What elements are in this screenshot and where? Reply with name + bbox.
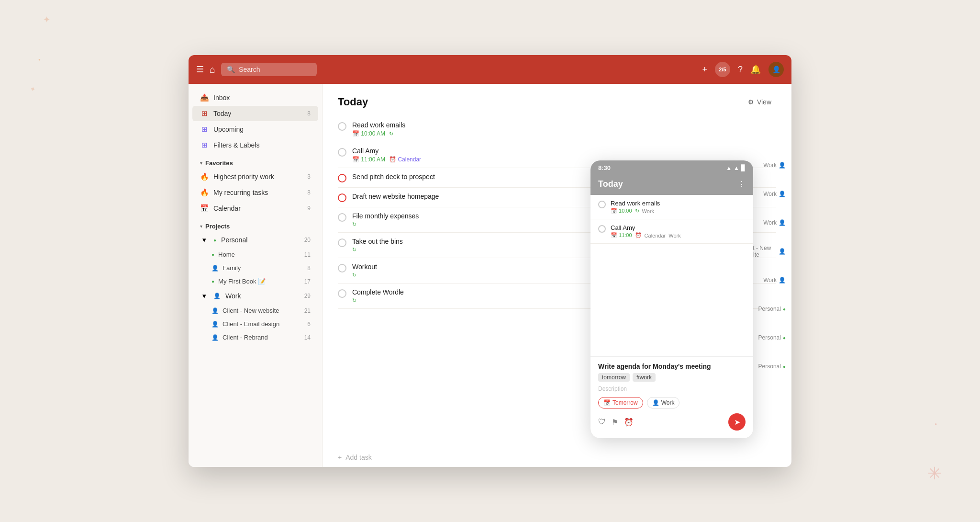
mobile-task-checkbox-0[interactable]	[598, 201, 606, 208]
filters-icon: ⊞	[200, 141, 209, 149]
mobile-cal-icon-1: ⏰	[635, 232, 642, 238]
recurring-icon-5: ↻	[352, 247, 356, 253]
tag-pill-work[interactable]: #work	[633, 373, 656, 382]
mobile-recurring-0: ↻	[635, 208, 639, 214]
sidebar-item-first-book[interactable]: ● My First Book 📝 17	[192, 275, 318, 288]
recurring-icon-6: ↻	[352, 272, 356, 278]
right-dot-5: ●	[783, 306, 786, 312]
sidebar-item-client-rebrand[interactable]: 👤 Client - Rebrand 14	[192, 331, 318, 344]
home-label: Home	[218, 251, 301, 258]
personal-label: Personal	[221, 236, 300, 244]
task-checkbox-6[interactable]	[338, 264, 346, 272]
task-content-0: Read work emails 📅 10:00 AM ↻	[352, 121, 776, 137]
client-email-count: 6	[307, 321, 311, 328]
right-person-icon-4: 👤	[779, 277, 786, 284]
client-new-website-icon: 👤	[212, 307, 219, 314]
sidebar-item-personal[interactable]: ▾ ● Personal 20	[192, 232, 318, 248]
mobile-time: 8:30	[598, 164, 611, 171]
search-bar[interactable]: 🔍 Search	[221, 63, 317, 76]
edit-task-description[interactable]: Description	[598, 386, 746, 392]
hamburger-icon[interactable]: ☰	[196, 64, 204, 75]
mobile-task-time-0: 📅 10:00	[611, 208, 632, 214]
task-checkbox-2[interactable]	[338, 174, 346, 182]
sidebar-item-client-new-website[interactable]: 👤 Client - New website 21	[192, 304, 318, 317]
right-dot-6: ●	[783, 335, 786, 340]
task-time-1: 📅 11:00 AM	[352, 156, 385, 163]
avatar[interactable]: 👤	[768, 62, 784, 77]
family-icon: 👤	[212, 265, 219, 272]
mobile-task-tag-0: Work	[642, 208, 654, 214]
personal-count: 20	[304, 237, 311, 243]
right-label-text-4: Work	[763, 277, 777, 284]
add-icon[interactable]: +	[702, 65, 707, 75]
main-layout: 📥 Inbox ⊞ Today 8 ⊞ Upcoming ⊞ Filters &…	[189, 84, 791, 467]
sidebar-item-family[interactable]: 👤 Family 8	[192, 261, 318, 274]
header-right: + 2/5 ? 🔔 👤	[702, 62, 784, 77]
task-meta-0: 📅 10:00 AM ↻	[352, 130, 776, 137]
client-rebrand-label: Client - Rebrand	[223, 334, 301, 341]
right-person-icon-0: 👤	[779, 162, 786, 169]
sidebar-item-work[interactable]: ▾ 👤 Work 29	[192, 288, 318, 304]
karma-badge[interactable]: 2/5	[715, 62, 730, 77]
mobile-cal-label-1: Calendar	[645, 233, 666, 238]
add-task-row[interactable]: + Add task	[323, 448, 791, 467]
sidebar-item-client-email[interactable]: 👤 Client - Email design 6	[192, 318, 318, 330]
personal-expand-icon: ▾	[200, 236, 209, 244]
mobile-status-bar: 8:30 ▲ ▲ ▊	[590, 160, 753, 175]
add-task-label: Add task	[345, 454, 371, 461]
task-checkbox-4[interactable]	[338, 213, 346, 222]
favorites-section-header[interactable]: ▾ Favorites	[192, 155, 318, 169]
task-checkbox-0[interactable]	[338, 122, 346, 131]
sidebar-item-home[interactable]: ● Home 11	[192, 248, 318, 261]
highest-priority-count: 3	[307, 173, 311, 180]
sidebar: 📥 Inbox ⊞ Today 8 ⊞ Upcoming ⊞ Filters &…	[189, 84, 323, 467]
mobile-today-title: Today	[598, 179, 623, 189]
mobile-more-icon[interactable]: ⋮	[738, 180, 746, 189]
first-book-dot-icon: ●	[212, 279, 214, 284]
mobile-task-content-0: Read work emails 📅 10:00 ↻ Work	[611, 200, 746, 214]
today-label: Today	[213, 110, 302, 117]
client-email-label: Client - Email design	[223, 320, 303, 328]
right-label-text-5: Personal	[758, 306, 781, 312]
task-cal-1: ⏰ Calendar	[389, 156, 421, 163]
highest-priority-label: Highest priority work	[213, 173, 302, 181]
sidebar-item-upcoming[interactable]: ⊞ Upcoming	[192, 122, 318, 137]
sidebar-item-highest-priority[interactable]: 🔥 Highest priority work 3	[192, 169, 318, 184]
help-icon[interactable]: ?	[738, 65, 743, 75]
mobile-today-header: Today ⋮	[590, 175, 753, 195]
right-label-text-6: Personal	[758, 334, 781, 341]
client-new-website-label: Client - New website	[223, 307, 301, 314]
right-dot-7: ●	[783, 364, 786, 369]
bell-icon[interactable]: 🔔	[750, 64, 761, 75]
projects-chevron: ▾	[200, 224, 202, 229]
mobile-overlay: 8:30 ▲ ▲ ▊ Today ⋮	[590, 160, 753, 438]
flame-red-icon: 🔥	[200, 172, 209, 181]
task-checkbox-3[interactable]	[338, 193, 346, 202]
task-name-1: Call Amy	[352, 147, 776, 155]
upcoming-icon: ⊞	[200, 125, 209, 134]
task-checkbox-5[interactable]	[338, 238, 346, 247]
edit-task-tags: tomorrow #work	[598, 373, 746, 382]
right-person-icon-2: 👤	[779, 219, 786, 226]
mobile-task-checkbox-1[interactable]	[598, 225, 606, 233]
sidebar-item-filters[interactable]: ⊞ Filters & Labels	[192, 137, 318, 153]
sidebar-item-calendar[interactable]: 📅 Calendar 9	[192, 201, 318, 216]
mobile-signal-icons: ▲ ▲ ▊	[726, 165, 746, 171]
sidebar-item-today[interactable]: ⊞ Today 8	[192, 106, 318, 121]
edit-task-title: Write agenda for Monday's meeting	[598, 363, 746, 370]
family-label: Family	[223, 264, 303, 272]
sidebar-item-inbox[interactable]: 📥 Inbox	[192, 90, 318, 105]
mobile-task-tag-1: Work	[668, 233, 680, 238]
content-header: Today ⚙ View	[323, 84, 791, 116]
right-label-text-0: Work	[763, 162, 777, 169]
tag-pill-tomorrow[interactable]: tomorrow	[598, 373, 630, 382]
task-name-0: Read work emails	[352, 121, 776, 129]
task-checkbox-7[interactable]	[338, 289, 346, 298]
home-icon[interactable]: ⌂	[210, 64, 215, 75]
projects-section-header[interactable]: ▾ Projects	[192, 218, 318, 232]
task-checkbox-1[interactable]	[338, 148, 346, 157]
sidebar-item-recurring[interactable]: 🔥 My recurring tasks 8	[192, 185, 318, 200]
search-icon: 🔍	[227, 66, 235, 73]
calendar-label: Calendar	[213, 204, 302, 212]
header-left: ☰ ⌂ 🔍 Search	[196, 63, 317, 76]
